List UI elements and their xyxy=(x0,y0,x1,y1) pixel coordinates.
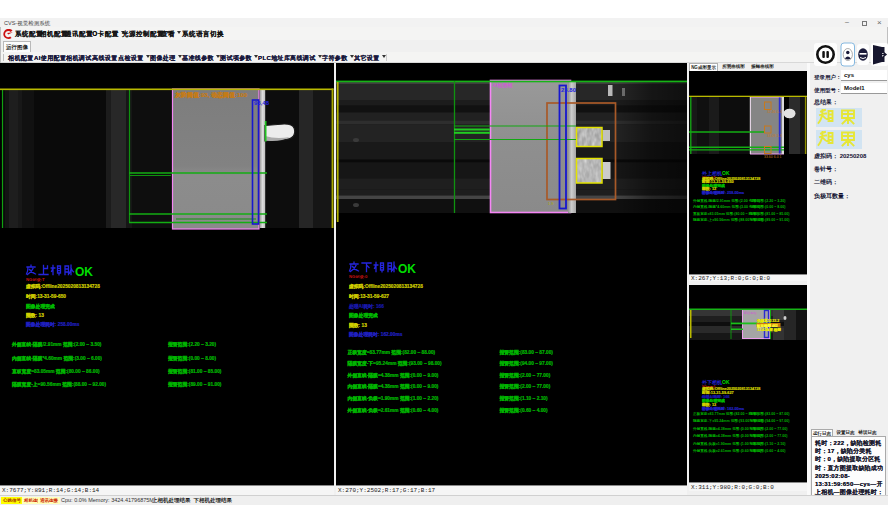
svg-text:图像处理耗时: 162.00ms: 图像处理耗时: 162.00ms xyxy=(702,406,744,411)
svg-text:报警范围:(1.10 ~ 2.10): 报警范围:(1.10 ~ 2.10) xyxy=(749,441,787,446)
svg-text:报警范围:(0.00 ~ 8.00): 报警范围:(0.00 ~ 8.00) xyxy=(167,355,217,362)
svg-text:外侧直线-隔膜/2.91mm 范围:(2.00 ~ 3.50: 外侧直线-隔膜/2.91mm 范围:(2.00 ~ 3.50) xyxy=(11,341,102,348)
svg-text:报警范围:(2.00 ~ 77.00): 报警范围:(2.00 ~ 77.00) xyxy=(499,372,551,379)
svg-text:负极耳13 33.2: 负极耳13 33.2 xyxy=(756,318,779,323)
svg-text:32.46 0.3: 32.46 0.3 xyxy=(767,110,782,114)
svg-text:报警范围:(1.10 ~ 2.10): 报警范围:(1.10 ~ 2.10) xyxy=(499,395,549,402)
svg-text:内侧直线-负极=1.90mm 范围:(1.00 ~ 2.20: 内侧直线-负极=1.90mm 范围:(1.00 ~ 2.20) xyxy=(348,395,439,402)
svg-text:报警范围:(0.00 ~ 8.00): 报警范围:(0.00 ~ 8.00) xyxy=(749,204,787,209)
svg-text:报警范围:(83.00 ~ 87.00): 报警范围:(83.00 ~ 87.00) xyxy=(499,349,554,356)
svg-text:AI检测框: AI检测框 xyxy=(744,311,757,315)
svg-text:报警范围:(0.60 ~ 4.00): 报警范围:(0.60 ~ 4.00) xyxy=(499,407,549,414)
svg-text:报警范围:(2.20 ~ 3.20): 报警范围:(2.20 ~ 3.20) xyxy=(749,198,787,203)
svg-text:报警范围:(94.00 ~ 97.00): 报警范围:(94.00 ~ 97.00) xyxy=(749,418,791,423)
svg-text:33.60 6.0 1: 33.60 6.0 1 xyxy=(764,155,782,159)
svg-text:报警范围:(2.00 ~ 77.00): 报警范围:(2.00 ~ 77.00) xyxy=(499,383,551,390)
svg-text:OK: OK xyxy=(75,265,93,279)
svg-text:报警范围:(2.20 ~ 3.20): 报警范围:(2.20 ~ 3.20) xyxy=(167,341,217,348)
svg-text:外侧直线-隔膜=4.38mm 范围:(0.00 ~ 9.00: 外侧直线-隔膜=4.38mm 范围:(0.00 ~ 9.00) xyxy=(347,372,439,379)
svg-text:AI检测框: AI检测框 xyxy=(493,82,513,89)
svg-text:报警范围:(81.00 ~ 85.00): 报警范围:(81.00 ~ 85.00) xyxy=(749,211,791,216)
svg-text:隔膜宽度-下=95.24mm 范围:(93.00 ~ 98.: 隔膜宽度-下=95.24mm 范围:(93.00 ~ 98.00) xyxy=(348,360,443,367)
svg-text:正极宽度=83.77mm 范围:(82.00 ~ 88.00: 正极宽度=83.77mm 范围:(82.00 ~ 88.00) xyxy=(348,349,436,356)
svg-text:23.80: 23.80 xyxy=(561,87,577,93)
svg-text:NG记录:T: NG记录:T xyxy=(26,277,45,283)
svg-text:图像处理耗时: 258.00ms: 图像处理耗时: 258.00ms xyxy=(26,321,80,328)
svg-text:灰阶阈值:93, 动态阈值:100: 灰阶阈值:93, 动态阈值:100 xyxy=(174,91,248,99)
svg-text:93,48: 93,48 xyxy=(254,100,270,106)
svg-text:虛拟码:Offline2025020813134728: 虛拟码:Offline2025020813134728 xyxy=(25,283,100,290)
svg-text:报警范围:(2.00 ~ 77.00): 报警范围:(2.00 ~ 77.00) xyxy=(749,433,789,438)
svg-text:1.9: 1.9 xyxy=(548,201,554,206)
svg-text:报警范围:(83.00 ~ 87.00): 报警范围:(83.00 ~ 87.00) xyxy=(749,411,791,416)
svg-text:报警范围:(81.00 ~ 85.00): 报警范围:(81.00 ~ 85.00) xyxy=(167,368,222,375)
svg-text:处理AI耗时: 166: 处理AI耗时: 166 xyxy=(348,303,384,310)
svg-text:直板宽度=83.05mm 范围:(80.00 ~ 86.00: 直板宽度=83.05mm 范围:(80.00 ~ 86.00) xyxy=(11,368,100,375)
svg-text:圈数: 13: 圈数: 13 xyxy=(26,312,44,319)
svg-text:内侧直线-隔膜=4.38mm 范围:(0.00 ~ 9.00: 内侧直线-隔膜=4.38mm 范围:(0.00 ~ 9.00) xyxy=(348,383,439,390)
svg-text:报警范围:(94.00 ~ 97.00): 报警范围:(94.00 ~ 97.00) xyxy=(499,360,554,367)
svg-text:内侧直线-隔膜*4.60mm 范围:(3.00 ~ 6.00: 内侧直线-隔膜*4.60mm 范围:(3.00 ~ 6.00) xyxy=(12,355,102,362)
svg-text:圈数: 13: 圈数: 13 xyxy=(349,322,367,329)
svg-text:时间:13-31-59-650: 时间:13-31-59-650 xyxy=(26,293,66,300)
svg-text:图像处理耗时: 258.00ms: 图像处理耗时: 258.00ms xyxy=(702,190,744,195)
svg-text:报警范围:(2.00 ~ 77.00): 报警范围:(2.00 ~ 77.00) xyxy=(749,426,789,431)
svg-text:12.42角度 检测: 12.42角度 检测 xyxy=(757,327,781,332)
svg-text:图像处理耗时: 162.00ms: 图像处理耗时: 162.00ms xyxy=(349,331,403,338)
svg-text:NG记录:0: NG记录:0 xyxy=(349,274,368,280)
svg-text:隔膜宽度-上=90.56mm 范围:(88.00 ~ 92.: 隔膜宽度-上=90.56mm 范围:(88.00 ~ 92.00) xyxy=(12,381,107,388)
svg-text:外侧直线-负极=2.61mm 范围:(0.60 ~ 4.00: 外侧直线-负极=2.61mm 范围:(0.60 ~ 4.00) xyxy=(347,407,439,414)
svg-text:图像处理完成: 图像处理完成 xyxy=(349,312,378,319)
svg-text:时间:13-31-59-627: 时间:13-31-59-627 xyxy=(349,293,389,300)
svg-text:缸目检测 462: 缸目检测 462 xyxy=(756,323,778,328)
svg-text:报警范围:(0.60 ~ 4.00): 报警范围:(0.60 ~ 4.00) xyxy=(749,448,787,453)
svg-text:报警范围:(89.00 ~ 91.00): 报警范围:(89.00 ~ 91.00) xyxy=(749,217,791,222)
svg-text:虛拟码:Offline2025020813134728: 虛拟码:Offline2025020813134728 xyxy=(348,283,423,290)
svg-text:报警范围:(89.00 ~ 91.00): 报警范围:(89.00 ~ 91.00) xyxy=(167,381,222,388)
svg-text:图像处理完成: 图像处理完成 xyxy=(26,303,55,310)
svg-text:OK: OK xyxy=(398,262,416,276)
svg-text:33.09 1.3: 33.09 1.3 xyxy=(767,134,782,138)
